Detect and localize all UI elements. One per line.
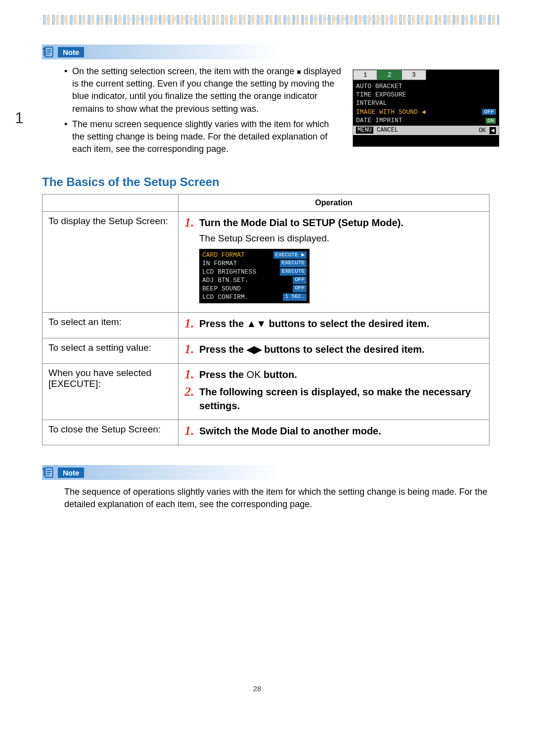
- table-row: To select a setting value: 1. Press the …: [43, 338, 490, 364]
- note-label: Note: [58, 468, 84, 478]
- page-number: 28: [15, 684, 499, 693]
- step-text: The following screen is displayed, so ma…: [199, 385, 483, 413]
- table-row: To select an item: 1. Press the ▲▼ butto…: [43, 312, 490, 338]
- step-text: Press the ▲▼ buttons to select the desir…: [199, 317, 429, 331]
- step-text: Press the ◀▶ buttons to select the desir…: [199, 342, 425, 356]
- note-list: On the setting selection screen, the ite…: [64, 65, 341, 155]
- note-icon: [42, 46, 55, 58]
- note-header: Note: [42, 45, 499, 59]
- setup-screen-screenshot: CARD FORMATEXECUTE ▶ IN FORMATEXECUTE LC…: [199, 249, 310, 303]
- col-header: Operation: [178, 194, 490, 212]
- svg-rect-11: [44, 471, 44, 476]
- step-number: 1.: [184, 216, 194, 230]
- note-item: On the setting selection screen, the ite…: [64, 65, 341, 115]
- col-header: [43, 194, 178, 212]
- step-text: Turn the Mode Dial to SETUP (Setup Mode)…: [199, 216, 403, 230]
- note-text: The sequence of operations slightly vari…: [64, 486, 499, 511]
- tab: 1: [353, 70, 377, 80]
- note-header: Note: [42, 465, 499, 480]
- tab-active: 2: [377, 70, 401, 80]
- up-down-icon: ▲▼: [247, 318, 267, 329]
- step-number: 1.: [184, 368, 194, 382]
- svg-point-4: [43, 47, 45, 50]
- camera-menu-screenshot: 1 2 3 AUTO BRACKET TIME EXPOSURE INTERVA…: [353, 69, 499, 147]
- svg-rect-5: [44, 50, 44, 56]
- table-row: When you have selected [EXECUTE]: 1. Pre…: [43, 364, 490, 420]
- step-text: Press the OK button.: [199, 368, 297, 381]
- table-row: To close the Setup Screen: 1. Switch the…: [43, 420, 490, 445]
- step-number: 1.: [184, 317, 194, 331]
- step-number: 1.: [184, 424, 194, 438]
- decor-border: ❖ ❖ ❖ ❖ ❖ ❖ ❖ ❖ ❖ ❖ ❖ ❖ ❖ ❖ ❖ ❖ ❖ ❖ ❖ ❖ …: [42, 15, 499, 25]
- step-number: 2.: [184, 385, 194, 399]
- section-title: The Basics of the Setup Screen: [42, 175, 499, 189]
- table-row: To display the Setup Screen: 1. Turn the…: [43, 212, 490, 313]
- step-number: 1.: [184, 342, 194, 357]
- note-icon: [42, 466, 55, 479]
- tab: 3: [401, 70, 426, 80]
- step-text: Switch the Mode Dial to another mode.: [199, 424, 381, 438]
- svg-point-10: [43, 468, 45, 471]
- setup-basics-table: Operation To display the Setup Screen: 1…: [42, 194, 490, 445]
- note-label: Note: [58, 47, 84, 57]
- left-right-icon: ◀▶: [247, 344, 262, 355]
- step-sub: The Setup Screen is displayed.: [199, 233, 483, 244]
- note-item: The menu screen sequence slightly varies…: [64, 118, 341, 156]
- chapter-number: 1: [15, 109, 24, 127]
